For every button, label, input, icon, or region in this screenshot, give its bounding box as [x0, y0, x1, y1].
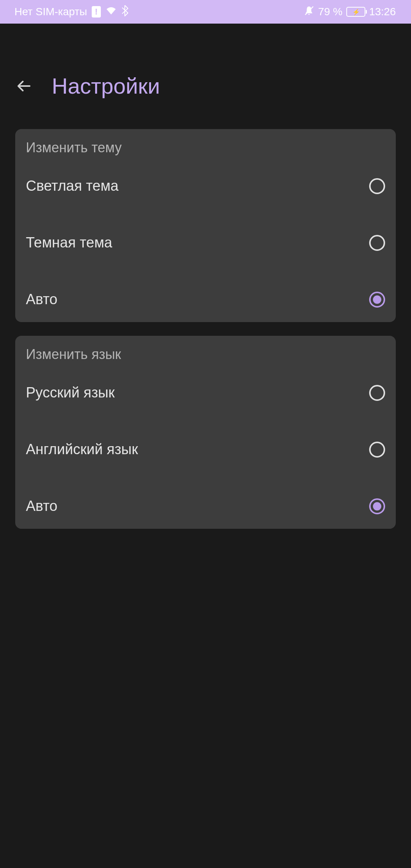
radio-checked-icon [369, 498, 385, 514]
radio-unchecked-icon [369, 235, 385, 251]
status-bar-left: Нет SIM-карты ! [14, 5, 128, 19]
sim-warning-icon: ! [92, 6, 101, 18]
radio-unchecked-icon [369, 385, 385, 401]
status-bar: Нет SIM-карты ! 79 % ⚡ 13:26 [0, 0, 411, 24]
battery-icon: ⚡ [346, 7, 365, 17]
clock-text: 13:26 [369, 6, 396, 18]
wifi-icon [105, 6, 117, 18]
language-option-russian[interactable]: Русский язык [26, 378, 385, 434]
theme-option-light[interactable]: Светлая тема [26, 171, 385, 228]
language-option-russian-label: Русский язык [26, 385, 115, 401]
language-option-english-label: Английский язык [26, 441, 138, 458]
theme-card-title: Изменить тему [26, 140, 385, 156]
theme-option-auto-label: Авто [26, 291, 57, 308]
theme-option-dark[interactable]: Темная тема [26, 228, 385, 284]
language-card: Изменить язык Русский язык Английский яз… [15, 336, 396, 529]
status-bar-right: 79 % ⚡ 13:26 [304, 5, 396, 19]
settings-content: Изменить тему Светлая тема Темная тема А… [0, 118, 411, 554]
theme-option-dark-label: Темная тема [26, 235, 112, 251]
theme-card: Изменить тему Светлая тема Темная тема А… [15, 129, 396, 322]
mute-icon [304, 5, 314, 19]
language-option-auto[interactable]: Авто [26, 491, 385, 525]
radio-checked-icon [369, 292, 385, 308]
language-card-title: Изменить язык [26, 346, 385, 362]
radio-unchecked-icon [369, 178, 385, 194]
battery-percent-text: 79 % [318, 6, 342, 18]
page-title: Настройки [52, 73, 160, 99]
back-arrow-icon[interactable] [15, 77, 33, 95]
theme-option-auto[interactable]: Авто [26, 284, 385, 318]
radio-unchecked-icon [369, 442, 385, 458]
language-option-auto-label: Авто [26, 498, 57, 514]
theme-option-light-label: Светлая тема [26, 178, 118, 194]
language-option-english[interactable]: Английский язык [26, 434, 385, 491]
sim-status-text: Нет SIM-карты [14, 6, 87, 18]
page-header: Настройки [0, 24, 411, 118]
bluetooth-icon [121, 5, 128, 19]
